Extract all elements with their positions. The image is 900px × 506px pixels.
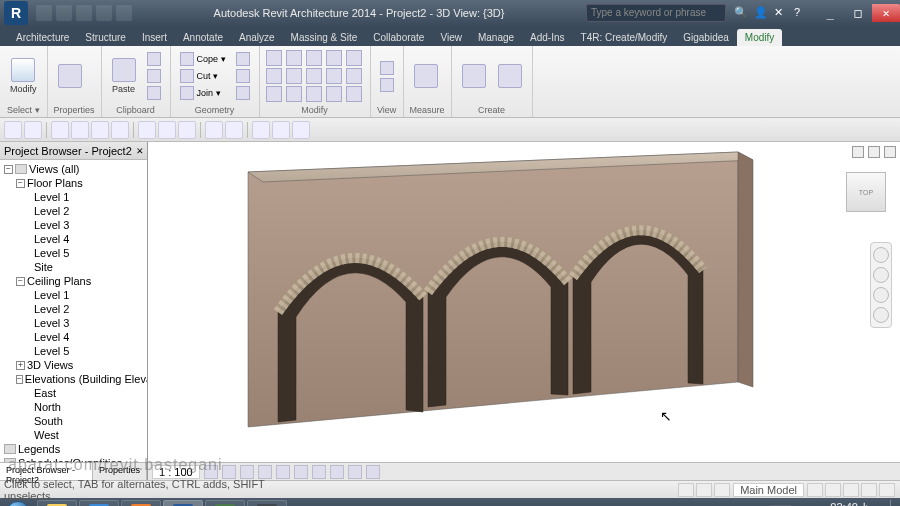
viewcube[interactable]: TOP: [846, 172, 886, 212]
tab-manage[interactable]: Manage: [470, 29, 522, 46]
opt-btn-14[interactable]: [292, 121, 310, 139]
browser-tree[interactable]: −Views (all) −Floor Plans Level 1 Level …: [0, 160, 147, 462]
tree-east[interactable]: East: [0, 386, 147, 400]
search-input[interactable]: Type a keyword or phrase: [586, 4, 726, 22]
geom-tool-3[interactable]: [233, 85, 253, 101]
orbit-icon[interactable]: [873, 307, 889, 323]
minimize-button[interactable]: _: [816, 4, 844, 22]
paste-button[interactable]: Paste: [108, 56, 140, 96]
rotate-icon[interactable]: [306, 68, 322, 84]
array-icon[interactable]: [266, 86, 282, 102]
tree-site[interactable]: Site: [0, 260, 147, 274]
tree-elevations[interactable]: −Elevations (Building Elevation: [0, 372, 147, 386]
infocenter-icon[interactable]: 🔍: [734, 6, 748, 20]
home-view-icon[interactable]: [852, 146, 864, 158]
tab-structure[interactable]: Structure: [77, 29, 134, 46]
tab-gigabidea[interactable]: Gigabidea: [675, 29, 737, 46]
sb-tool-1[interactable]: [807, 483, 823, 497]
tree-level2[interactable]: Level 2: [0, 204, 147, 218]
cut-geom-button[interactable]: Cut ▾: [177, 68, 229, 84]
worksets-icon[interactable]: [678, 483, 694, 497]
cope-button[interactable]: Cope ▾: [177, 51, 229, 67]
tree-level4[interactable]: Level 4: [0, 232, 147, 246]
sun-path-icon[interactable]: [240, 465, 254, 479]
move-icon[interactable]: [266, 68, 282, 84]
exchange-icon[interactable]: ✕: [774, 6, 788, 20]
extend-icon[interactable]: [346, 68, 362, 84]
maximize-button[interactable]: □: [844, 4, 872, 22]
tree-level5[interactable]: Level 5: [0, 246, 147, 260]
app-menu-button[interactable]: R: [4, 1, 28, 25]
temp-hide-icon[interactable]: [348, 465, 362, 479]
tree-north[interactable]: North: [0, 400, 147, 414]
help-icon[interactable]: ?: [794, 6, 808, 20]
tree-legends[interactable]: Legends: [0, 442, 147, 456]
tab-architecture[interactable]: Architecture: [8, 29, 77, 46]
view-tool-1[interactable]: [377, 60, 397, 76]
tab-t4r[interactable]: T4R: Create/Modify: [573, 29, 676, 46]
mirror-draw-icon[interactable]: [326, 50, 342, 66]
clock[interactable]: 02:40 ب.ظ ۲۵/۰۸/۱۹: [830, 501, 884, 506]
task-app6[interactable]: [247, 500, 287, 506]
tree-floor-plans[interactable]: −Floor Plans: [0, 176, 147, 190]
browser-close-icon[interactable]: ✕: [136, 144, 143, 157]
scale-selector[interactable]: 1 : 100: [152, 465, 200, 479]
filter-icon[interactable]: [879, 483, 895, 497]
copy-mod-icon[interactable]: [286, 68, 302, 84]
geom-tool-1[interactable]: [233, 51, 253, 67]
qat-undo-icon[interactable]: [76, 5, 92, 21]
task-media[interactable]: [121, 500, 161, 506]
crop-icon[interactable]: [294, 465, 308, 479]
opt-btn-2[interactable]: [24, 121, 42, 139]
render-icon[interactable]: [276, 465, 290, 479]
copy-clipboard-button[interactable]: [144, 68, 164, 84]
tab-addins[interactable]: Add-Ins: [522, 29, 572, 46]
view-menu-icon[interactable]: [868, 146, 880, 158]
opt-btn-6[interactable]: [111, 121, 129, 139]
geom-tool-2[interactable]: [233, 68, 253, 84]
view-tool-2[interactable]: [377, 77, 397, 93]
show-desktop-button[interactable]: [890, 500, 896, 506]
cut-clipboard-button[interactable]: [144, 51, 164, 67]
shadows-icon[interactable]: [258, 465, 272, 479]
signin-icon[interactable]: 👤: [754, 6, 768, 20]
unpin-icon[interactable]: [326, 86, 342, 102]
opt-btn-4[interactable]: [71, 121, 89, 139]
3d-viewport[interactable]: TOP ↖: [148, 142, 900, 462]
tree-3dviews[interactable]: +3D Views: [0, 358, 147, 372]
tab-view[interactable]: View: [432, 29, 470, 46]
opt-btn-1[interactable]: [4, 121, 22, 139]
task-explorer[interactable]: [37, 500, 77, 506]
visual-style-icon[interactable]: [222, 465, 236, 479]
task-ie[interactable]: [79, 500, 119, 506]
trim-icon[interactable]: [326, 68, 342, 84]
tree-level1[interactable]: Level 1: [0, 190, 147, 204]
opt-btn-13[interactable]: [272, 121, 290, 139]
tree-west[interactable]: West: [0, 428, 147, 442]
delete-icon[interactable]: [346, 86, 362, 102]
tab-analyze[interactable]: Analyze: [231, 29, 283, 46]
start-button[interactable]: [0, 499, 36, 506]
pin-icon[interactable]: [306, 86, 322, 102]
tree-south[interactable]: South: [0, 414, 147, 428]
tree-ceiling-plans[interactable]: −Ceiling Plans: [0, 274, 147, 288]
create-button-2[interactable]: [494, 62, 526, 90]
tab-collaborate[interactable]: Collaborate: [365, 29, 432, 46]
qat-save-icon[interactable]: [56, 5, 72, 21]
qat-print-icon[interactable]: [116, 5, 132, 21]
close-view-icon[interactable]: [884, 146, 896, 158]
measure-button[interactable]: [410, 62, 442, 90]
tab-massing[interactable]: Massing & Site: [283, 29, 366, 46]
opt-btn-11[interactable]: [225, 121, 243, 139]
sb-tool-2[interactable]: [825, 483, 841, 497]
main-model-dropdown[interactable]: Main Model: [733, 483, 804, 497]
tree-clevel3[interactable]: Level 3: [0, 316, 147, 330]
lock-3d-icon[interactable]: [330, 465, 344, 479]
crop-region-icon[interactable]: [312, 465, 326, 479]
opt-btn-7[interactable]: [138, 121, 156, 139]
task-revit[interactable]: [163, 500, 203, 506]
detail-level-icon[interactable]: [204, 465, 218, 479]
steering-wheel-icon[interactable]: [873, 247, 889, 263]
opt-btn-9[interactable]: [178, 121, 196, 139]
tab-annotate[interactable]: Annotate: [175, 29, 231, 46]
